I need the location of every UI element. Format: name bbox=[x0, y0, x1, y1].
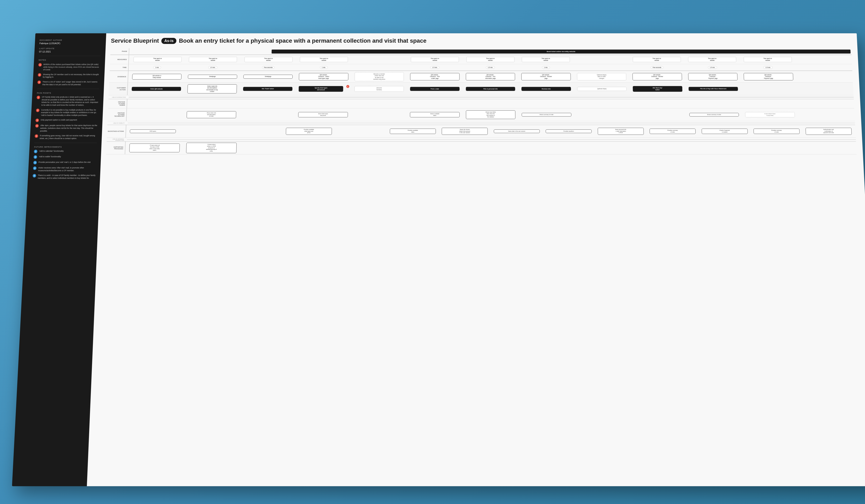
ev-11: QM website -Checkout -'Payment' page bbox=[685, 73, 740, 81]
time-content: 1 min. 1-5 min. Few seconds 1 min. bbox=[128, 64, 852, 70]
evidence-row: EVIDENCE QM website orentity website Det… bbox=[109, 71, 853, 83]
measure-1: Time spent onwebsite bbox=[130, 57, 185, 62]
future-text-1: 'Add to calendar' functionality bbox=[39, 150, 64, 153]
badge-3: 3 bbox=[346, 85, 349, 88]
bs-13: Provides summaryof order bbox=[751, 129, 802, 134]
time-7: 1-5 min. bbox=[463, 66, 518, 69]
measures-content: Time spent onwebsite Time spent onwebsit… bbox=[129, 55, 852, 64]
phase-content: Book ticket online via entity website bbox=[129, 48, 852, 55]
ot-12: If user doesn't haveto pay (free) bbox=[742, 112, 797, 117]
customer-action-row: CUSTOMERACTION Visits QM website Visitor… bbox=[108, 83, 854, 95]
bs-8: Saves date in the user session bbox=[491, 129, 542, 133]
bs-6: Provides availabledates bbox=[387, 129, 438, 134]
ot-4: Show ticket typesand prices bbox=[296, 112, 351, 117]
measure-2: Time spent onwebsite bbox=[186, 57, 240, 62]
onstage-human-label: ONSTAGEACTIONSHUMAN bbox=[108, 99, 127, 108]
pain-4: 4 After 4pm, people cannot buy tickets f… bbox=[35, 124, 98, 132]
ca-9: (optional steps) bbox=[575, 87, 630, 91]
note-text-2: Showing the CP member card is not necess… bbox=[43, 73, 100, 78]
future-badge-4: 4 bbox=[33, 166, 36, 170]
ot-6: Shows availabledates bbox=[407, 112, 462, 117]
sp-2: Content aboutentity is in RCBat launch o… bbox=[183, 143, 240, 153]
ev-10: QM website -Checkout - 'Review'page bbox=[630, 73, 685, 81]
bs-7: Saves the chosenticket & the amountin th… bbox=[439, 128, 491, 135]
measure-4: Time spent onwebsite bbox=[297, 57, 351, 62]
measure-6: Time spent onwebsite bbox=[407, 57, 462, 62]
pain-5: 5 If something goes wrong, User did not … bbox=[35, 134, 97, 140]
notes-label: NOTES bbox=[38, 59, 100, 61]
future-badge-1: 1 bbox=[34, 150, 37, 153]
time-row: TIME 1 min. 1-5 min. Few seconds bbox=[109, 64, 852, 71]
phase-bar-container: Book ticket online via entity website bbox=[272, 49, 851, 54]
pain-3: 3 Only payment option is credit card pay… bbox=[35, 119, 98, 122]
time-8: 1 min. bbox=[519, 66, 573, 69]
measures-label: MEASURES bbox=[110, 55, 129, 64]
ca-1: Visits QM website bbox=[129, 87, 184, 91]
ca-7: Fills in personal info bbox=[463, 87, 518, 91]
visibility-line bbox=[128, 123, 855, 123]
line-of-interaction: LINE OF INTERACTION bbox=[108, 95, 854, 99]
backstage-row: BACKSTAGE ACTIONS RCB opens Provides ava… bbox=[107, 125, 856, 138]
pain-text-1: CP Family ticket only produces 1 ticket … bbox=[41, 96, 99, 106]
future-4: 4 Visitor receives extra 'After visit' m… bbox=[33, 166, 96, 172]
phase-row: PHASE Book ticket online via entity webs… bbox=[111, 48, 852, 55]
ot-8: Shows summary of order bbox=[519, 113, 574, 117]
pain-text-3: Only payment option is credit card payme… bbox=[41, 119, 77, 121]
bs-9: Provides inputform bbox=[543, 129, 595, 133]
line-interaction-label: LINE OF INTERACTION bbox=[108, 96, 127, 98]
pain-badge-5: 5 bbox=[35, 134, 38, 138]
backstage-content: RCB opens Provides availableticket types… bbox=[126, 125, 856, 137]
note-text-1: 80/90% of the visitors purchased their t… bbox=[43, 63, 100, 71]
phase-label: PHASE bbox=[111, 48, 129, 55]
time-2: 1-5 min. bbox=[185, 66, 240, 69]
ca-6: Picks a date bbox=[407, 87, 462, 91]
pain-1: 1 CP Family ticket only produces 1 ticke… bbox=[36, 96, 99, 106]
measure-12: Time spent onwebsite bbox=[740, 57, 795, 62]
time-11: 1-5 min. bbox=[685, 66, 740, 69]
future-text-3: Provide personalize your visit' mail 1 o… bbox=[38, 161, 90, 164]
future-3: 3 Provide personalize your visit' mail 1… bbox=[33, 161, 96, 164]
measure-8: Time spent onwebsite bbox=[518, 57, 573, 62]
time-3: Few seconds bbox=[241, 66, 296, 69]
pain-badge-3: 3 bbox=[35, 119, 39, 122]
future-text-2: 'Add to wallet' functionality bbox=[39, 155, 61, 158]
ot-11: Shows summary of order bbox=[687, 113, 742, 117]
document-wrapper: DOCUMENT AUTHOR Fabrique (LOGAOF) LAST U… bbox=[12, 33, 865, 486]
evidence-label: EVIDENCE bbox=[109, 71, 128, 83]
ot-7: Shows input fields(also show theuser ses… bbox=[463, 110, 518, 119]
line-internal-label: LINE OF INTERNAL INTERACTION bbox=[107, 138, 126, 141]
time-12: 1-5 min. bbox=[741, 66, 795, 69]
time-6: 1-5 min. bbox=[407, 66, 462, 69]
time-label: TIME bbox=[109, 64, 129, 70]
main-content: Service Blueprint As-is Book an entry ti… bbox=[87, 33, 865, 486]
supporting-row: SUPPORTINGPROCESSES IT team enters allth… bbox=[106, 142, 856, 154]
ev-7: QM website -Checkout - 'Yourinformation'… bbox=[463, 73, 518, 81]
measure-7: Time spent onwebsite bbox=[463, 57, 518, 62]
pain-text-2: Currently it is not possible to buy mult… bbox=[41, 108, 99, 116]
note-badge-1: 1 bbox=[38, 63, 42, 67]
note-2: 2 Showing the CP member card is not nece… bbox=[38, 73, 100, 78]
ca-5: (becomemember) bbox=[352, 86, 407, 92]
future-label: FUTURE IMPROVEMENTS bbox=[34, 146, 97, 148]
ev-6: QM website -Checkout - 'Picka date' page bbox=[407, 73, 462, 81]
future-2: 2 'Add to wallet' functionality bbox=[34, 155, 96, 159]
future-5: 5 There is a wish - in case of CP family… bbox=[33, 174, 96, 179]
last-update-value: 07-12-2021 bbox=[39, 50, 101, 53]
title-prefix: Service Blueprint bbox=[111, 37, 159, 44]
ca-4: Specify ticket typesand amount 3 bbox=[296, 86, 351, 92]
measures-row: MEASURES Time spent onwebsite Time spent… bbox=[110, 55, 852, 64]
sp-1: IT team enters allthe data in RCBwhen a … bbox=[126, 143, 183, 152]
onstage-human-row: ONSTAGEACTIONSHUMAN bbox=[108, 99, 854, 108]
pain-points-label: PAIN POINTS bbox=[37, 92, 99, 94]
phase-bar: Book ticket online via entity website bbox=[272, 49, 851, 54]
asis-badge: As-is bbox=[161, 38, 177, 44]
onstage-tech-label: ONSTAGEACTIONSTECHNOLOGY bbox=[107, 108, 127, 121]
doc-author-label: DOCUMENT AUTHOR bbox=[39, 39, 102, 41]
pain-badge-1: 1 bbox=[37, 96, 40, 99]
future-1: 1 'Add to calendar' functionality bbox=[34, 150, 97, 153]
doc-author-value: Fabrique (LOGAOF) bbox=[39, 42, 101, 45]
measure-11: Time spent onwebsite bbox=[685, 57, 740, 62]
line-internal: LINE OF INTERNAL INTERACTION bbox=[107, 138, 856, 142]
ca-8: Reviews Info bbox=[519, 87, 574, 91]
backstage-label: BACKSTAGE ACTIONS bbox=[107, 125, 126, 137]
